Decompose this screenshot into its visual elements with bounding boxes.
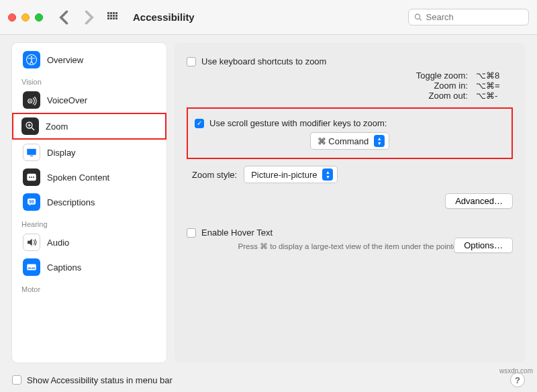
fullscreen-window-button[interactable] <box>35 13 43 21</box>
sidebar-label: Descriptions <box>47 197 95 207</box>
zoom-in-label: Zoom in: <box>381 81 468 91</box>
section-motor: Motor <box>12 280 166 295</box>
status-menubar-checkbox[interactable] <box>12 375 21 385</box>
toolbar: Accessibility <box>0 0 537 35</box>
window-controls <box>8 13 43 21</box>
svg-rect-18 <box>27 264 36 271</box>
sidebar-item-spoken-content[interactable]: Spoken Content <box>15 165 164 189</box>
svg-point-0 <box>415 14 420 19</box>
chevron-updown-icon: ▲▼ <box>374 135 385 147</box>
zoom-out-value: ⌥⌘- <box>476 91 513 101</box>
sidebar-label: Overview <box>47 55 83 65</box>
svg-rect-20 <box>32 268 35 269</box>
search-input[interactable] <box>426 12 523 22</box>
sidebar-item-descriptions[interactable]: 99 Descriptions <box>15 190 164 214</box>
show-all-button[interactable] <box>103 8 122 27</box>
keyboard-shortcuts-label: Use keyboard shortcuts to zoom <box>201 56 326 66</box>
accessibility-icon <box>23 51 40 68</box>
svg-rect-11 <box>30 156 34 157</box>
section-hearing: Hearing <box>12 215 166 230</box>
grid-icon <box>107 12 118 23</box>
status-menubar-label: Show Accessibility status in menu bar <box>27 375 173 385</box>
advanced-button[interactable]: Advanced… <box>445 193 513 209</box>
main-panel: Use keyboard shortcuts to zoom Toggle zo… <box>175 43 525 362</box>
keyboard-shortcuts-checkbox[interactable] <box>187 57 196 66</box>
sidebar-label: Spoken Content <box>47 173 109 183</box>
audio-icon <box>23 234 40 251</box>
minimize-window-button[interactable] <box>21 13 30 21</box>
hover-text-label: Enable Hover Text <box>201 228 273 238</box>
svg-point-15 <box>33 177 34 178</box>
display-icon <box>23 144 40 161</box>
zoom-style-value: Picture-in-picture <box>251 170 317 180</box>
scroll-gesture-section: ✓ Use scroll gesture with modifier keys … <box>187 107 513 159</box>
modifier-key-dropdown[interactable]: ⌘ Command ▲▼ <box>310 132 390 150</box>
svg-rect-19 <box>28 268 32 269</box>
hover-text-checkbox[interactable] <box>187 228 196 238</box>
section-vision: Vision <box>12 72 166 87</box>
forward-button[interactable] <box>79 8 98 27</box>
svg-point-3 <box>31 56 32 58</box>
sidebar: Overview Vision VoiceOver Zoom Display S <box>12 43 166 362</box>
sidebar-item-voiceover[interactable]: VoiceOver <box>15 88 164 112</box>
back-button[interactable] <box>55 8 74 27</box>
modifier-key-value: ⌘ Command <box>318 136 369 146</box>
svg-line-7 <box>32 128 34 130</box>
sidebar-label: Audio <box>47 238 69 248</box>
sidebar-label: Zoom <box>46 121 68 132</box>
sidebar-label: VoiceOver <box>47 95 87 105</box>
footer: Show Accessibility status in menu bar ? <box>0 368 537 392</box>
sidebar-item-audio[interactable]: Audio <box>15 230 164 254</box>
svg-point-5 <box>30 100 31 101</box>
sidebar-label: Display <box>47 148 76 158</box>
zoom-in-value: ⌥⌘= <box>476 81 513 91</box>
captions-icon <box>23 258 40 276</box>
sidebar-item-captions[interactable]: Captions <box>15 255 164 279</box>
options-button[interactable]: Options… <box>454 238 513 253</box>
voiceover-icon <box>23 91 40 109</box>
search-field[interactable] <box>408 9 529 26</box>
sidebar-item-display[interactable]: Display <box>15 140 164 164</box>
sidebar-label: Captions <box>47 262 81 273</box>
sidebar-item-zoom[interactable]: Zoom <box>12 113 166 140</box>
chevron-updown-icon: ▲▼ <box>322 168 333 181</box>
zoom-style-dropdown[interactable]: Picture-in-picture ▲▼ <box>244 166 338 183</box>
scroll-gesture-label: Use scroll gesture with modifier keys to… <box>209 118 387 128</box>
svg-point-14 <box>31 177 32 178</box>
toggle-zoom-value: ⌥⌘8 <box>476 70 513 81</box>
watermark: wsxdn.com <box>499 367 533 375</box>
help-button[interactable]: ? <box>510 373 525 387</box>
svg-point-13 <box>29 177 30 178</box>
zoom-out-label: Zoom out: <box>381 91 468 101</box>
search-icon <box>414 13 422 21</box>
close-window-button[interactable] <box>8 13 16 21</box>
zoom-icon <box>21 117 39 135</box>
zoom-style-label: Zoom style: <box>192 170 237 180</box>
scroll-gesture-checkbox[interactable]: ✓ <box>195 119 204 128</box>
svg-line-1 <box>420 19 422 21</box>
svg-rect-10 <box>27 149 36 155</box>
shortcut-list: Toggle zoom:⌥⌘8 Zoom in:⌥⌘= Zoom out:⌥⌘- <box>207 70 513 101</box>
window-title: Accessibility <box>133 11 195 23</box>
toggle-zoom-label: Toggle zoom: <box>381 70 468 81</box>
spoken-content-icon <box>23 168 40 186</box>
svg-text:99: 99 <box>29 199 34 204</box>
sidebar-item-overview[interactable]: Overview <box>15 48 164 72</box>
descriptions-icon: 99 <box>23 193 40 211</box>
